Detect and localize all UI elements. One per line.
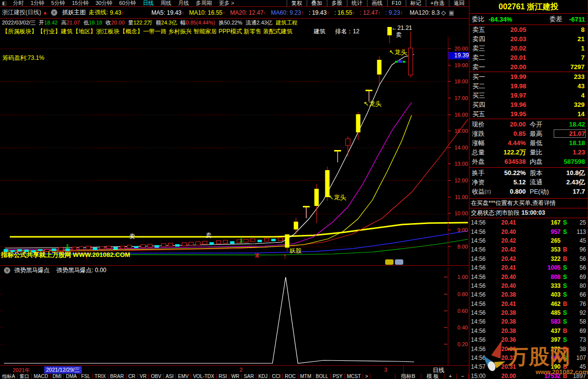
order-book-row[interactable]: 买二19.9843 xyxy=(469,81,588,91)
action-画线[interactable]: 画线 xyxy=(367,0,387,6)
order-book-row[interactable]: 卖五20.058 xyxy=(469,25,588,34)
menu-item-60分钟[interactable]: 60分钟 xyxy=(116,0,139,6)
concept-blocks[interactable]: 【所属板块】【行业】建筑【地区】浙江板块【概念】一带一路 乡村振兴 智能家居 P… xyxy=(2,27,293,36)
tick-time: 14:56 xyxy=(471,346,490,353)
collapse-icon[interactable]: ∨ xyxy=(4,267,10,274)
tab->[interactable]: > xyxy=(363,374,370,379)
action-多股[interactable]: 多股 xyxy=(327,0,347,6)
action-标记[interactable]: 标记 xyxy=(406,0,426,6)
event-badge[interactable] xyxy=(385,259,393,265)
order-book-row[interactable]: 买三19.974 xyxy=(469,91,588,100)
tab-SAR[interactable]: SAR xyxy=(242,374,257,379)
tab-KDJ[interactable]: KDJ xyxy=(256,374,270,379)
quote-value: 587598 xyxy=(554,158,585,165)
order-book-row[interactable]: 卖三20.021 xyxy=(469,44,588,53)
tab-−[interactable]: − xyxy=(457,374,469,379)
selected-date[interactable]: 2021/12/29/三 xyxy=(44,366,82,374)
quote-row: 换手50.22%股本10.8亿 xyxy=(469,168,588,177)
tab-EMV[interactable]: EMV xyxy=(176,374,191,379)
collapse-icon[interactable]: ∨ xyxy=(51,9,57,16)
tick-price: 20.42 xyxy=(490,237,516,244)
event-badge[interactable] xyxy=(395,259,403,265)
stock-code-title[interactable]: 002761 浙江建投 xyxy=(469,0,588,14)
tick-row[interactable]: 14:5620.40333S80 xyxy=(469,281,588,290)
tab-RSI[interactable]: RSI xyxy=(217,374,229,379)
tab-MTM[interactable]: MTM xyxy=(298,374,314,379)
level-price: 19.98 xyxy=(494,82,526,90)
menu-item-分时[interactable]: 分时 xyxy=(9,0,27,6)
panel-icon[interactable]: ▣ xyxy=(449,9,454,16)
tick-row[interactable]: 14:5620.41462B76 xyxy=(469,300,588,308)
order-book-row[interactable]: 卖四20.0321 xyxy=(469,34,588,44)
sub-axis-line xyxy=(448,267,448,365)
tick-row[interactable]: 14:5620.411005S56 xyxy=(469,263,588,272)
tab-PSY[interactable]: PSY xyxy=(331,374,345,379)
order-book-row[interactable]: 买四19.96329 xyxy=(469,100,588,109)
tick-row[interactable]: 14:5620.38485S92 xyxy=(469,308,588,317)
action-返回[interactable]: 返回 xyxy=(449,0,469,6)
action-统计[interactable]: 统计 xyxy=(347,0,367,6)
tab-TRIX[interactable]: TRIX xyxy=(93,374,108,379)
menu-item-更多 >[interactable]: 更多 > xyxy=(215,0,237,6)
period-toolbar: ◧ 分时1分钟5分钟15分钟30分钟60分钟日线周线月线多周期更多 > 复权叠加… xyxy=(0,0,469,7)
price-label: 12.00 xyxy=(449,177,468,183)
tab-CCI[interactable]: CCI xyxy=(270,374,283,379)
menu-item-1分钟[interactable]: 1分钟 xyxy=(27,0,48,6)
tab-窗口[interactable]: 窗口 xyxy=(18,374,32,379)
menu-item-周线[interactable]: 周线 xyxy=(157,0,174,6)
tab-BRAR[interactable]: BRAR xyxy=(108,374,126,379)
tab-CR[interactable]: CR xyxy=(126,374,138,379)
action-+自选[interactable]: +自选 xyxy=(426,0,449,6)
tab-BOLL[interactable]: BOLL xyxy=(314,374,331,379)
menu-item-月线[interactable]: 月线 xyxy=(174,0,192,6)
action-F10[interactable]: F10 xyxy=(387,0,406,6)
tab-指标A[interactable]: 指标A xyxy=(0,374,18,379)
tab-VOL-TDX[interactable]: VOL-TDX xyxy=(191,374,217,379)
order-book-row[interactable]: 买一19.99233 xyxy=(469,72,588,81)
window-split-icon[interactable]: ◧ xyxy=(0,0,9,6)
tab-WR[interactable]: WR xyxy=(229,374,242,379)
board-info-bar: 【所属板块】【行业】建筑【地区】浙江板块【概念】一带一路 乡村振兴 智能家居 P… xyxy=(0,27,469,35)
tick-row[interactable]: 14:5620.40808S69 xyxy=(469,272,588,281)
tick-row[interactable]: 14:5620.41167S25 xyxy=(469,218,588,227)
ma-num: 16.55 xyxy=(338,9,352,16)
tick-row[interactable]: 14:5620.38437B69 xyxy=(469,327,588,335)
tick-row[interactable]: 14:5620.40957S113 xyxy=(469,227,588,236)
menu-item-多周期[interactable]: 多周期 xyxy=(192,0,215,6)
menu-item-日线[interactable]: 日线 xyxy=(139,0,157,6)
menu-item-5分钟[interactable]: 5分钟 xyxy=(48,0,69,6)
tab-MCST[interactable]: MCST xyxy=(345,374,363,379)
menu-item-30分钟[interactable]: 30分钟 xyxy=(92,0,116,6)
menu-item-15分钟[interactable]: 15分钟 xyxy=(69,0,92,6)
tab-OBV[interactable]: OBV xyxy=(149,374,164,379)
tab-+[interactable]: + xyxy=(444,374,457,379)
candle xyxy=(107,246,111,249)
tick-row[interactable]: 14:5620.38403S66 xyxy=(469,290,588,299)
tab-DMI[interactable]: DMI xyxy=(50,374,64,379)
panel-divider[interactable] xyxy=(0,265,469,266)
tab-ASI[interactable]: ASI xyxy=(164,374,176,379)
order-book-row[interactable]: 买五19.9514 xyxy=(469,109,588,119)
level-qty: 233 xyxy=(526,73,585,80)
indicator-name[interactable]: 抓妖主图 xyxy=(62,8,86,17)
tick-row[interactable]: 14:5620.42322B56 xyxy=(469,254,588,263)
order-book-row[interactable]: 卖一20.007297 xyxy=(469,62,588,72)
tick-row[interactable]: 14:5620.38583S58 xyxy=(469,317,588,326)
tab-MACD[interactable]: MACD xyxy=(32,374,50,379)
tab-指标B[interactable]: 指标B xyxy=(395,374,421,379)
tab-FSL[interactable]: FSL xyxy=(79,374,93,379)
tab-模 板[interactable]: 模 板 xyxy=(421,374,444,379)
action-叠加[interactable]: 叠加 xyxy=(307,0,327,6)
quote-value: 50.22% xyxy=(495,169,526,177)
action-复权[interactable]: 复权 xyxy=(287,0,307,6)
candle xyxy=(258,240,262,242)
tab-ROC[interactable]: ROC xyxy=(283,374,298,379)
order-book-row[interactable]: 卖二20.017 xyxy=(469,53,588,62)
sub-indicator-name[interactable]: 强势黑马爆点 xyxy=(14,266,49,275)
price-label: 18.00 xyxy=(449,78,468,84)
tab-DMA[interactable]: DMA xyxy=(64,374,79,379)
tick-row[interactable]: 14:5620.4226545 xyxy=(469,236,588,245)
tab-VR[interactable]: VR xyxy=(138,374,149,379)
tick-row[interactable]: 14:5620.42353B96 xyxy=(469,245,588,254)
big-order-message[interactable]: 在买盘***位置有大买单,查看详情 xyxy=(469,199,588,208)
